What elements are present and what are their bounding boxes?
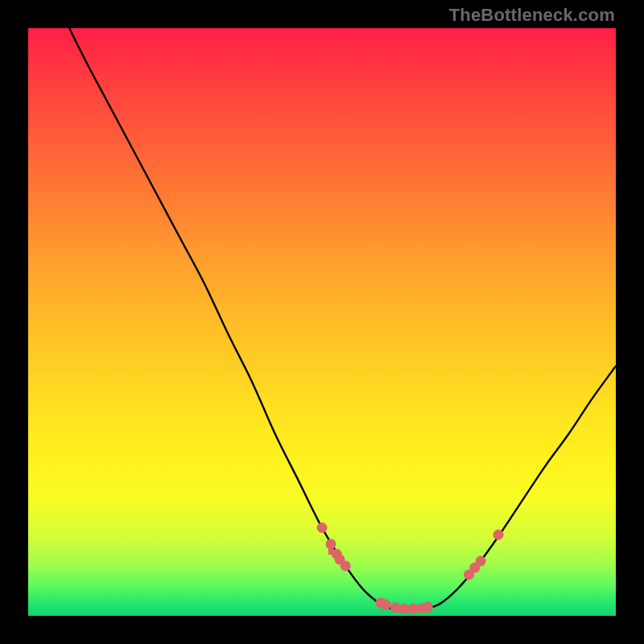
data-marker <box>317 522 328 533</box>
data-marker <box>341 560 351 571</box>
watermark-text: TheBottleneck.com <box>449 5 615 26</box>
data-marker <box>390 602 401 613</box>
data-marker <box>380 600 390 610</box>
data-marker <box>493 530 504 540</box>
data-marker <box>423 602 433 613</box>
chart-svg <box>28 28 616 616</box>
marker-bar <box>328 544 333 555</box>
data-markers <box>317 522 504 614</box>
bottleneck-curve <box>69 28 616 610</box>
marker-bar-rect <box>328 544 333 555</box>
plot-area <box>28 28 616 616</box>
chart-container: TheBottleneck.com <box>0 0 644 644</box>
data-marker <box>476 556 486 567</box>
